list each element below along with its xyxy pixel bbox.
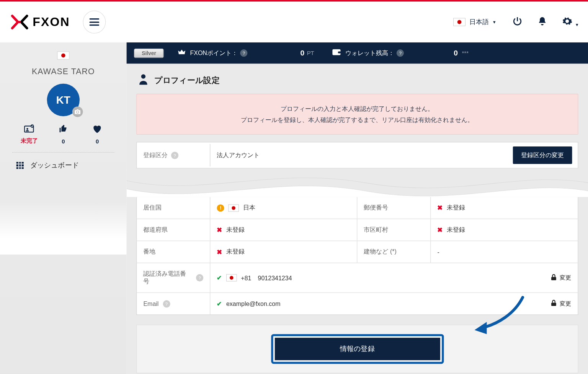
prefecture-label: 都道府県 <box>137 219 210 241</box>
profile-info-table: 居住国 ! 日本 郵便番号 ✖ 未登録 都道府県 ✖ 未登録 市区町村 <box>136 197 578 315</box>
check-icon: ✔ <box>217 300 222 307</box>
submit-section: 情報の登録 <box>136 325 578 373</box>
alert-line-2: プロフィールを登録し、本人確認が完了するまで、リアル口座は有効化されません。 <box>147 114 568 125</box>
sidebar-item-label: ダッシュボード <box>30 161 79 170</box>
sidebar-item-dashboard[interactable]: ダッシュボード <box>0 153 127 178</box>
building-label: 建物など (*) <box>357 241 431 263</box>
svg-point-2 <box>26 128 28 130</box>
help-icon[interactable]: ? <box>397 49 404 57</box>
city-label: 市区町村 <box>357 219 431 241</box>
submit-highlight-frame: 情報の登録 <box>271 334 444 364</box>
x-icon: ✖ <box>217 248 222 256</box>
flag-jp-icon <box>226 274 237 281</box>
flag-jp-icon <box>57 51 69 59</box>
registration-type-box: 登録区分 ? 法人アカウント 登録区分の変更 <box>136 142 578 168</box>
stat-verification-value: 未完了 <box>21 137 38 145</box>
register-info-button[interactable]: 情報の登録 <box>274 338 440 360</box>
power-button[interactable] <box>512 16 523 28</box>
hamburger-menu-button[interactable] <box>83 11 106 34</box>
sidebar-fade <box>0 202 127 255</box>
lock-icon <box>551 274 557 281</box>
address-label: 番地 <box>137 241 210 263</box>
status-strip: Silver FXONポイント：? 0 PT ウォレット残高：? 0 *** <box>127 42 588 63</box>
help-icon[interactable]: ? <box>240 49 247 57</box>
avatar-upload-button[interactable] <box>72 106 83 117</box>
language-label: 日本語 <box>469 18 489 26</box>
x-icon: ✖ <box>437 226 443 234</box>
registration-type-value: 法人アカウント <box>210 144 507 167</box>
bell-icon <box>537 16 547 27</box>
user-name: KAWASE TARO <box>0 67 127 76</box>
svg-point-0 <box>18 21 21 23</box>
svg-point-6 <box>141 74 145 78</box>
wallet-value: 0 <box>454 49 458 57</box>
points-label: FXONポイント：? <box>190 49 247 57</box>
x-icon: ✖ <box>437 204 443 211</box>
phone-value: ✔ +81 9012341234 変更 <box>210 263 578 293</box>
phone-label: 認証済み電話番号 ? <box>137 263 210 293</box>
gear-icon <box>562 16 572 27</box>
person-icon <box>138 73 149 86</box>
change-phone-button[interactable]: 変更 <box>551 274 571 281</box>
heart-icon <box>92 124 102 135</box>
user-country-flag <box>0 51 127 59</box>
power-icon <box>512 16 523 27</box>
chevron-down-icon: ▾ <box>493 19 495 25</box>
postal-value: ✖ 未登録 <box>431 197 578 219</box>
country-value: ! 日本 <box>210 197 357 219</box>
logo-mark-icon <box>10 13 29 31</box>
grid-icon <box>16 162 24 169</box>
help-icon[interactable]: ? <box>196 274 203 281</box>
app-header: FXON 日本語 ▾ ▾ <box>0 2 588 42</box>
svg-rect-7 <box>551 277 556 280</box>
check-icon: ✔ <box>217 274 222 281</box>
email-value: ✔ example@fxon.com 変更 <box>210 293 578 315</box>
flag-jp-icon <box>228 204 239 211</box>
country-label: 居住国 <box>137 197 210 219</box>
city-value: ✖ 未登録 <box>431 219 578 241</box>
camera-icon <box>75 109 80 114</box>
notifications-button[interactable] <box>537 16 547 28</box>
language-selector[interactable]: 日本語 ▾ <box>453 18 496 26</box>
crown-icon <box>178 49 186 57</box>
main-content: Silver FXONポイント：? 0 PT ウォレット残高：? 0 *** <box>127 42 588 374</box>
wallet-icon <box>332 49 341 57</box>
svg-rect-8 <box>551 302 556 306</box>
postal-label: 郵便番号 <box>357 197 431 219</box>
stat-favorites-value: 0 <box>96 138 99 145</box>
page-title: プロフィール設定 <box>154 75 220 86</box>
stat-favorites[interactable]: 0 <box>83 124 112 145</box>
email-label: Email ? <box>137 293 210 315</box>
help-icon[interactable]: ? <box>163 300 170 307</box>
warning-icon: ! <box>217 204 224 211</box>
help-icon[interactable]: ? <box>171 151 178 159</box>
content-break <box>127 169 588 197</box>
id-card-icon <box>24 124 35 134</box>
settings-button[interactable]: ▾ <box>562 16 578 28</box>
logo-text: FXON <box>33 15 70 29</box>
wallet-label: ウォレット残高：? <box>345 49 404 57</box>
lock-icon <box>551 300 557 307</box>
wallet-masked: *** <box>462 50 469 56</box>
hamburger-icon <box>90 18 100 26</box>
sidebar: KAWASE TARO KT 未完了 0 <box>0 42 127 374</box>
points-unit: PT <box>307 50 314 56</box>
registration-type-label: 登録区分 ? <box>137 144 210 167</box>
change-email-button[interactable]: 変更 <box>551 300 571 307</box>
x-icon: ✖ <box>217 226 222 234</box>
alert-line-1: プロフィールの入力と本人確認が完了しておりません。 <box>147 103 568 114</box>
flag-jp-icon <box>453 18 466 26</box>
points-value: 0 <box>301 49 305 57</box>
profile-incomplete-alert: プロフィールの入力と本人確認が完了しておりません。 プロフィールを登録し、本人確… <box>136 94 578 135</box>
tier-badge[interactable]: Silver <box>134 48 164 58</box>
thumbs-up-icon <box>59 124 68 135</box>
change-registration-type-button[interactable]: 登録区分の変更 <box>513 146 572 164</box>
building-value: - <box>431 241 578 263</box>
chevron-down-icon: ▾ <box>576 22 578 28</box>
address-value: ✖ 未登録 <box>210 241 357 263</box>
svg-rect-5 <box>338 52 341 54</box>
prefecture-value: ✖ 未登録 <box>210 219 357 241</box>
logo[interactable]: FXON <box>10 13 70 31</box>
stat-verification[interactable]: 未完了 <box>15 124 44 145</box>
stat-likes[interactable]: 0 <box>49 124 78 145</box>
